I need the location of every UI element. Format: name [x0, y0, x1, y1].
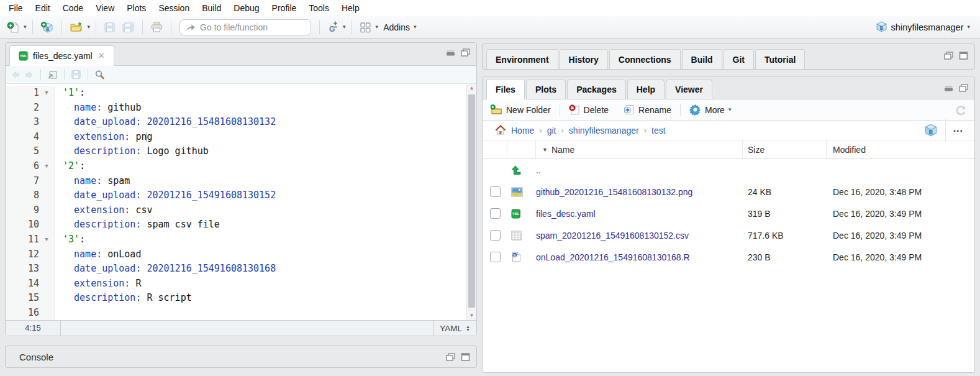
code-line-10[interactable]: 10 description: spam csv file	[6, 218, 466, 232]
menu-profile[interactable]: Profile	[266, 0, 303, 16]
code-line-7[interactable]: 7 name: spam	[6, 174, 466, 189]
parent-directory-row[interactable]: ..	[483, 159, 974, 181]
tab-git[interactable]: Git	[724, 49, 754, 70]
code-line-14[interactable]: 14 extension: R	[6, 277, 466, 291]
project-dropdown[interactable]: ▾	[967, 24, 970, 30]
print-button[interactable]	[148, 20, 165, 34]
breadcrumb-test[interactable]: test	[651, 126, 666, 135]
fold-marker-icon[interactable]: ▼	[39, 232, 55, 247]
file-link[interactable]: onLoad_20201216_15491608130168.R	[536, 252, 690, 262]
save-button[interactable]	[102, 21, 117, 34]
column-header-size[interactable]: Size	[743, 140, 827, 158]
tab-environment[interactable]: Environment	[486, 49, 558, 70]
rename-button[interactable]: Rename	[621, 103, 674, 116]
code-line-15[interactable]: 15 description: R script	[6, 291, 466, 306]
menu-debug[interactable]: Debug	[227, 0, 265, 16]
scroll-down-icon[interactable]: ▼	[467, 311, 476, 320]
breadcrumb-home[interactable]: Home	[511, 126, 534, 135]
cursor-position[interactable]: 4:15	[6, 321, 61, 336]
file-link[interactable]: spam_20201216_15491608130152.csv	[536, 231, 689, 241]
tab-help[interactable]: Help	[627, 80, 665, 99]
breadcrumb-git[interactable]: git	[547, 126, 556, 135]
menu-session[interactable]: Session	[152, 0, 196, 16]
code-editor[interactable]: 1▼'1':2 name: github3 date_upload: 20201…	[6, 84, 476, 320]
tab-files[interactable]: Files	[486, 79, 525, 99]
code-line-1[interactable]: 1▼'1':	[6, 86, 466, 101]
addins-dropdown[interactable]: ▾	[414, 24, 417, 30]
code-line-6[interactable]: 6▼'2':	[6, 159, 466, 174]
more-dropdown[interactable]: ▾	[728, 107, 732, 112]
delete-button[interactable]: Delete	[566, 103, 611, 116]
code-line-13[interactable]: 13 date_upload: 20201216_15491608130168	[6, 262, 466, 277]
scrollbar-thumb[interactable]	[468, 94, 475, 308]
goto-file-input[interactable]: Go to file/function	[179, 19, 311, 35]
tab-connections[interactable]: Connections	[609, 49, 681, 70]
tab-tutorial[interactable]: Tutorial	[755, 49, 805, 70]
file-checkbox[interactable]	[490, 186, 501, 197]
menu-plots[interactable]: Plots	[120, 0, 152, 16]
more-button[interactable]: More ▾	[687, 103, 733, 117]
file-checkbox[interactable]	[490, 252, 501, 262]
code-line-4[interactable]: 4 extension: png	[6, 130, 466, 145]
menu-help[interactable]: Help	[335, 0, 366, 16]
code-line-16[interactable]: 16	[6, 306, 466, 320]
r-cube-icon[interactable]: R	[924, 124, 938, 137]
editor-tab-files-desc-yaml[interactable]: YML files_desc.yaml ✕	[9, 45, 114, 66]
file-checkbox[interactable]	[490, 208, 501, 219]
save-all-button[interactable]	[120, 20, 137, 34]
tab-build[interactable]: Build	[682, 49, 722, 70]
editor-scrollbar[interactable]: ▲ ▼	[466, 84, 476, 320]
path-ellipsis-button[interactable]: ...	[945, 119, 969, 142]
menu-file[interactable]: File	[2, 0, 29, 16]
restore-pane-icon[interactable]	[959, 84, 968, 92]
tab-packages[interactable]: Packages	[567, 80, 626, 99]
menu-tools[interactable]: Tools	[302, 0, 335, 16]
file-row[interactable]: RonLoad_20201216_15491608130168.R230 BDe…	[483, 246, 974, 268]
menu-edit[interactable]: Edit	[29, 0, 57, 16]
new-project-button[interactable]: R	[39, 20, 56, 35]
workspace-panes-button[interactable]	[358, 21, 373, 34]
restore-pane-icon[interactable]	[944, 52, 953, 60]
new-folder-button[interactable]: New Folder	[488, 103, 553, 116]
menu-code[interactable]: Code	[57, 0, 89, 16]
menu-view[interactable]: View	[89, 0, 120, 16]
scroll-up-icon[interactable]: ▲	[467, 84, 476, 93]
version-control-dropdown[interactable]: ▾	[343, 24, 346, 30]
tab-close-icon[interactable]: ✕	[98, 46, 105, 66]
minimize-pane-icon[interactable]	[944, 84, 953, 92]
back-icon[interactable]	[11, 70, 20, 80]
column-header-name[interactable]: ▼Name	[536, 140, 743, 158]
file-row[interactable]: github_20201216_15481608130132.png24 KBD…	[483, 181, 974, 203]
menu-build[interactable]: Build	[196, 0, 227, 16]
parent-directory-link[interactable]: ..	[536, 165, 541, 175]
version-control-button[interactable]: G	[325, 20, 340, 35]
code-line-11[interactable]: 11▼'3':	[6, 232, 466, 247]
code-line-5[interactable]: 5 description: Logo github	[6, 144, 466, 159]
maximize-pane-icon[interactable]	[461, 353, 470, 361]
forward-icon[interactable]	[24, 70, 34, 80]
panes-dropdown[interactable]: ▾	[376, 24, 379, 30]
breadcrumb-shinyfilesmanager[interactable]: shinyfilesmanager	[569, 126, 639, 135]
code-line-9[interactable]: 9 extension: csv	[6, 203, 466, 218]
home-icon[interactable]	[495, 125, 506, 135]
find-replace-icon[interactable]	[94, 70, 105, 80]
restore-pane-icon[interactable]	[446, 353, 455, 361]
addins-button[interactable]: Addins	[383, 22, 410, 32]
save-file-icon[interactable]	[71, 70, 81, 80]
maximize-pane-icon[interactable]	[959, 52, 968, 60]
file-row[interactable]: spam_20201216_15491608130152.csv717.6 KB…	[483, 224, 974, 246]
code-line-12[interactable]: 12 name: onLoad	[6, 247, 466, 262]
fold-marker-icon[interactable]: ▼	[39, 86, 55, 101]
code-line-8[interactable]: 8 date_upload: 20201216_15491608130152	[6, 188, 466, 203]
tab-plots[interactable]: Plots	[526, 80, 566, 99]
refresh-button[interactable]	[952, 103, 969, 117]
file-link[interactable]: github_20201216_15481608130132.png	[536, 187, 692, 197]
open-file-button[interactable]	[68, 21, 85, 34]
fold-marker-icon[interactable]: ▼	[39, 159, 55, 174]
new-file-dropdown[interactable]: ▾	[24, 24, 27, 30]
maximize-pane-icon[interactable]	[461, 48, 470, 57]
new-file-button[interactable]	[5, 20, 21, 35]
code-line-2[interactable]: 2 name: github	[6, 101, 466, 116]
file-row[interactable]: YMLfiles_desc.yaml319 BDec 16, 2020, 3:4…	[483, 203, 974, 224]
tab-viewer[interactable]: Viewer	[666, 80, 712, 99]
